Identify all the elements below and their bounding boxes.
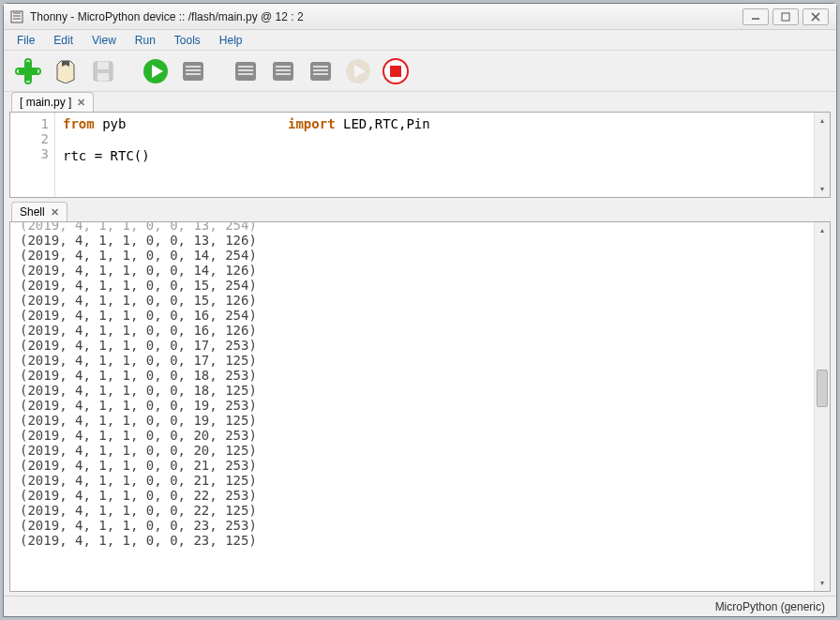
- editor-tab-label: [ main.py ]: [20, 96, 71, 109]
- step-over-button[interactable]: [231, 56, 261, 86]
- editor-scrollbar[interactable]: ▴ ▾: [814, 113, 830, 197]
- status-interpreter[interactable]: MicroPython (generic): [715, 600, 825, 613]
- menubar: File Edit View Run Tools Help: [4, 30, 836, 51]
- stop-button[interactable]: [381, 56, 411, 86]
- svg-rect-10: [186, 73, 201, 75]
- svg-rect-18: [276, 73, 291, 75]
- menu-tools[interactable]: Tools: [167, 32, 208, 49]
- open-file-button[interactable]: [51, 56, 81, 86]
- window-controls: [742, 8, 832, 25]
- shell-tabs: Shell ✕: [9, 202, 831, 221]
- svg-rect-5: [98, 73, 109, 81]
- statusbar: MicroPython (generic): [4, 596, 836, 616]
- editor-tab-main[interactable]: [ main.py ] ✕: [11, 92, 94, 112]
- line-number: 2: [16, 131, 49, 146]
- save-file-button[interactable]: [88, 56, 118, 86]
- editor-tabs: [ main.py ] ✕: [9, 92, 831, 112]
- menu-file[interactable]: File: [9, 32, 42, 49]
- app-icon: [9, 9, 24, 24]
- svg-rect-14: [238, 73, 253, 75]
- shell-output[interactable]: (2019, 4, 1, 1, 0, 0, 13, 254)(2019, 4, …: [10, 222, 814, 591]
- scroll-up-icon[interactable]: ▴: [815, 113, 830, 129]
- svg-rect-16: [276, 66, 291, 68]
- svg-rect-20: [313, 66, 328, 68]
- scroll-up-icon[interactable]: ▴: [815, 222, 830, 238]
- close-shell-icon[interactable]: ✕: [51, 206, 59, 219]
- svg-rect-13: [238, 69, 253, 71]
- code-content[interactable]: from pybimport LED,RTC,Pin rtc = RTC(): [55, 113, 814, 197]
- scroll-thumb[interactable]: [817, 370, 828, 407]
- svg-rect-22: [313, 73, 328, 75]
- debug-button[interactable]: [178, 56, 208, 86]
- svg-rect-12: [238, 66, 253, 68]
- close-tab-icon[interactable]: ✕: [77, 97, 85, 109]
- shell-tab[interactable]: Shell ✕: [11, 202, 68, 221]
- toolbar: [4, 51, 836, 92]
- editor-area: [ main.py ] ✕ 1 2 3 from pybimport LED,R…: [4, 92, 836, 202]
- svg-rect-4: [98, 62, 109, 69]
- code-editor[interactable]: 1 2 3 from pybimport LED,RTC,Pin rtc = R…: [9, 112, 831, 198]
- svg-rect-8: [186, 66, 201, 68]
- line-number: 3: [16, 146, 49, 161]
- window-title: Thonny - MicroPython device :: /flash/ma…: [30, 10, 304, 23]
- main-window: Thonny - MicroPython device :: /flash/ma…: [3, 3, 837, 617]
- step-out-button[interactable]: [306, 56, 336, 86]
- step-into-button[interactable]: [268, 56, 298, 86]
- scroll-down-icon[interactable]: ▾: [815, 181, 830, 197]
- shell-area: Shell ✕ (2019, 4, 1, 1, 0, 0, 13, 254)(2…: [4, 202, 836, 596]
- close-button[interactable]: [802, 8, 829, 25]
- svg-rect-21: [313, 69, 328, 71]
- svg-rect-9: [186, 69, 201, 71]
- resume-button[interactable]: [343, 56, 373, 86]
- minimize-button[interactable]: [742, 8, 769, 25]
- shell-tab-label: Shell: [20, 205, 45, 219]
- svg-rect-2: [782, 13, 789, 21]
- shell-panel[interactable]: (2019, 4, 1, 1, 0, 0, 13, 254)(2019, 4, …: [9, 221, 831, 592]
- maximize-button[interactable]: [772, 8, 799, 25]
- menu-edit[interactable]: Edit: [46, 32, 81, 49]
- titlebar: Thonny - MicroPython device :: /flash/ma…: [4, 4, 836, 30]
- svg-rect-25: [390, 66, 401, 77]
- svg-rect-17: [276, 69, 291, 71]
- run-button[interactable]: [141, 56, 171, 86]
- scroll-down-icon[interactable]: ▾: [815, 575, 830, 591]
- line-number: 1: [16, 116, 49, 131]
- menu-help[interactable]: Help: [212, 32, 250, 49]
- menu-run[interactable]: Run: [128, 32, 163, 49]
- shell-scrollbar[interactable]: ▴ ▾: [814, 222, 830, 591]
- menu-view[interactable]: View: [84, 32, 124, 49]
- line-gutter: 1 2 3: [10, 113, 55, 197]
- new-file-button[interactable]: [13, 56, 43, 86]
